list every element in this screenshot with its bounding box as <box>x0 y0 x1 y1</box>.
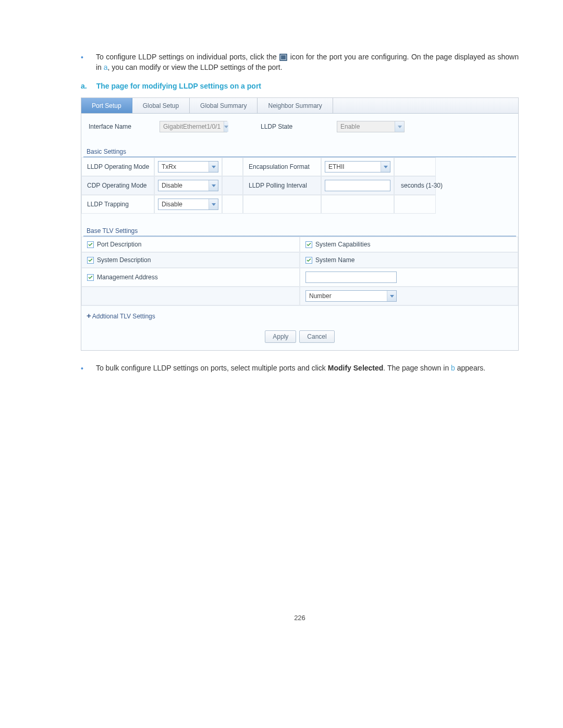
lldp-state-label: LLDP State <box>259 123 337 130</box>
cdp-mode-select[interactable]: Disable <box>158 180 218 191</box>
plus-icon: + <box>87 311 91 320</box>
tlv-port-desc-label: Port Description <box>97 241 141 248</box>
tab-port-setup[interactable]: Port Setup <box>81 98 132 113</box>
poll-unit: seconds (1-30) <box>398 182 443 189</box>
cancel-button[interactable]: Cancel <box>299 330 334 343</box>
basic-settings-title: Basic Settings <box>81 144 518 157</box>
tlv-mgmt-addr-label: Management Address <box>97 274 158 281</box>
tlv-settings-title: Base TLV Settings <box>81 223 518 237</box>
tab-global-summary[interactable]: Global Summary <box>190 98 258 113</box>
intro-text-pre: To configure LLDP settings on individual… <box>96 53 279 61</box>
trapping-label: LLDP Trapping <box>81 195 154 214</box>
lldp-port-panel: Port Setup Global Setup Global Summary N… <box>81 97 519 351</box>
additional-label: Addtional TLV Settings <box>92 313 155 320</box>
chevron-down-icon[interactable] <box>387 291 396 301</box>
tlv-system-name[interactable]: System Name <box>300 252 518 268</box>
bullet-item-configure-individual: • To configure LLDP settings on individu… <box>81 52 519 72</box>
checkbox-checked-icon[interactable] <box>305 241 312 248</box>
checkbox-checked-icon[interactable] <box>87 257 94 264</box>
number-select[interactable]: Number <box>305 290 397 302</box>
heading-text: The page for modifying LLDP settings on … <box>96 82 261 90</box>
encap-value: ETHII <box>325 163 381 170</box>
lldp-state-value: Enable <box>337 123 395 130</box>
apply-button[interactable]: Apply <box>265 330 296 343</box>
ref-link-b[interactable]: b <box>451 364 455 372</box>
management-address-input[interactable] <box>305 272 397 283</box>
lldp-mode-value: TxRx <box>158 163 209 170</box>
chevron-down-icon[interactable] <box>209 180 218 191</box>
bullet-dot: • <box>81 364 83 374</box>
tlv-number-cell: Number <box>300 287 518 305</box>
heading-num: a. <box>81 82 87 90</box>
tlv-management-address[interactable]: Management Address <box>81 268 300 287</box>
number-value: Number <box>306 292 387 300</box>
tab-neighbor-summary[interactable]: Neighbor Summary <box>258 98 333 113</box>
page-number: 226 <box>81 614 519 622</box>
chevron-down-icon[interactable] <box>209 199 218 209</box>
poll-label: LLDP Polling Interval <box>243 176 321 195</box>
lldp-mode-label: LLDP Operating Mode <box>81 157 154 176</box>
ref-link-a[interactable]: a <box>104 63 108 71</box>
intro-text-tail: , you can modify or view the LLDP settin… <box>108 63 283 71</box>
tlv-empty-cell <box>81 287 300 305</box>
lldp-mode-select[interactable]: TxRx <box>158 161 218 172</box>
tab-bar: Port Setup Global Setup Global Summary N… <box>81 98 518 114</box>
button-row: Apply Cancel <box>81 325 518 350</box>
outro-tail: appears. <box>455 364 485 372</box>
outro-mid: . The page shown in <box>383 364 451 372</box>
tlv-sys-name-label: System Name <box>315 256 354 264</box>
interface-name-select: GigabitEthernet1/0/1 <box>160 121 227 132</box>
tlv-port-description[interactable]: Port Description <box>81 237 300 252</box>
bullet-item-bulk-configure: • To bulk configure LLDP settings on por… <box>81 363 519 374</box>
checkbox-checked-icon[interactable] <box>87 274 94 281</box>
basic-settings-grid: LLDP Operating Mode TxRx Encapsulation F… <box>81 157 518 214</box>
tlv-system-description[interactable]: System Description <box>81 252 300 268</box>
checkbox-checked-icon[interactable] <box>87 241 94 248</box>
interface-name-label: Interface Name <box>87 123 160 130</box>
bullet-dot: • <box>81 53 83 63</box>
additional-tlv-toggle[interactable]: +Addtional TLV Settings <box>81 305 518 325</box>
chevron-down-icon[interactable] <box>209 162 218 172</box>
checkbox-checked-icon[interactable] <box>305 257 312 264</box>
cdp-mode-label: CDP Operating Mode <box>81 176 154 195</box>
encap-select[interactable]: ETHII <box>325 161 390 172</box>
tlv-mgmt-addr-input-cell <box>300 268 518 287</box>
cdp-mode-value: Disable <box>158 182 209 189</box>
port-config-icon <box>279 54 287 61</box>
chevron-down-icon <box>395 121 404 132</box>
tlv-sys-cap-label: System Capabilities <box>315 241 370 248</box>
chevron-down-icon[interactable] <box>381 162 390 172</box>
lldp-state-select: Enable <box>337 121 405 132</box>
tlv-sys-desc-label: System Description <box>97 256 151 264</box>
trapping-value: Disable <box>158 201 209 208</box>
tlv-system-capabilities[interactable]: System Capabilities <box>300 237 518 252</box>
encap-label: Encapsulation Format <box>243 157 321 176</box>
chevron-down-icon <box>224 121 228 132</box>
interface-name-value: GigabitEthernet1/0/1 <box>160 123 224 130</box>
trapping-select[interactable]: Disable <box>158 199 218 210</box>
outro-pre: To bulk configure LLDP settings on ports… <box>96 364 328 372</box>
outro-bold: Modify Selected <box>328 364 384 372</box>
tlv-grid: Port Description System Capabilities Sys… <box>81 237 518 305</box>
tab-global-setup[interactable]: Global Setup <box>132 98 190 113</box>
section-heading-a: a.The page for modifying LLDP settings o… <box>81 82 519 90</box>
poll-interval-input[interactable] <box>325 180 390 191</box>
